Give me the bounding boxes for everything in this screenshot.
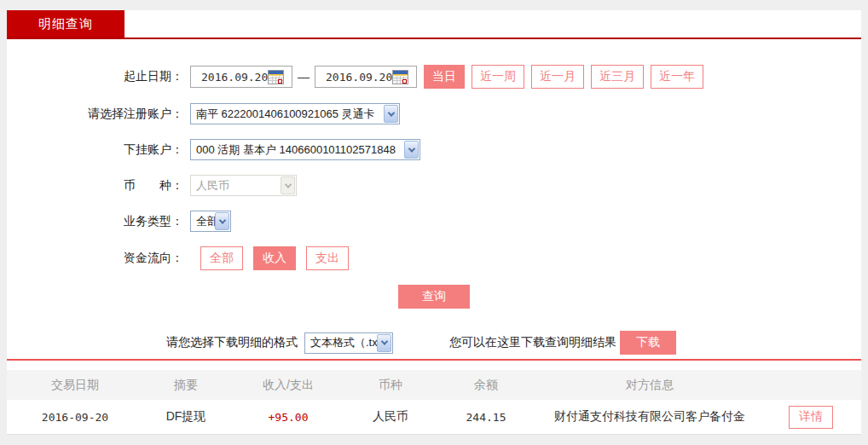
table-header-date: 交易日期 xyxy=(7,378,143,393)
currency-row: 币 种： 人民币 xyxy=(7,175,861,196)
register-account-row: 请选择注册账户： 南平 6222001406100921065 灵通卡 xyxy=(7,103,861,124)
cell-counterparty: 财付通支付科技有限公司客户备付金 xyxy=(539,409,761,425)
download-hint: 您可以在这里下载查询明细结果 xyxy=(449,335,616,350)
chevron-down-icon xyxy=(384,105,398,123)
table-header-amount: 收入/支出 xyxy=(229,378,348,393)
quick-range-year-button[interactable]: 近一年 xyxy=(651,65,703,89)
start-date-box xyxy=(190,66,292,88)
table-row: 2016-09-20 DF提现 +95.00 人民币 244.15 财付通支付科… xyxy=(7,400,861,435)
table-header-counterparty: 对方信息 xyxy=(539,378,761,393)
sub-account-value: 000 活期 基本户 1406600101102571848 xyxy=(191,142,404,158)
query-button-row: 查询 xyxy=(7,285,861,309)
date-range-label: 起止日期： xyxy=(7,69,183,84)
tab-label: 明细查询 xyxy=(38,16,93,32)
fund-flow-row: 资金流向： 全部 收入 支出 xyxy=(7,246,861,270)
download-format-value: 文本格式（.txt） xyxy=(305,335,377,350)
table-header-currency: 币种 xyxy=(348,378,433,393)
quick-range-week-button[interactable]: 近一周 xyxy=(472,65,524,89)
download-button[interactable]: 下载 xyxy=(620,331,676,355)
start-date-input[interactable] xyxy=(191,71,268,84)
business-type-value: 全部 xyxy=(191,214,215,229)
sub-account-row: 下挂账户： 000 活期 基本户 1406600101102571848 xyxy=(7,139,861,160)
cell-balance: 244.15 xyxy=(433,411,539,424)
quick-range-quarter-button[interactable]: 近三月 xyxy=(591,65,644,89)
calendar-icon[interactable] xyxy=(392,70,408,84)
download-format-select[interactable]: 文本格式（.txt） xyxy=(304,332,393,354)
table-header-summary: 摘要 xyxy=(143,378,229,393)
currency-value: 人民币 xyxy=(191,178,281,194)
business-type-select[interactable]: 全部 xyxy=(190,211,231,232)
download-format-label: 请您选择下载明细的格式 xyxy=(166,335,298,350)
table-divider xyxy=(7,359,861,361)
date-separator: — xyxy=(298,70,310,84)
fund-flow-all-button[interactable]: 全部 xyxy=(200,246,243,270)
cell-amount: +95.00 xyxy=(229,411,348,424)
business-type-label: 业务类型： xyxy=(7,214,183,229)
detail-button[interactable]: 详情 xyxy=(789,406,833,429)
chevron-down-icon xyxy=(377,334,391,352)
query-form-panel: 起止日期： — xyxy=(7,39,861,435)
fund-flow-income-button[interactable]: 收入 xyxy=(253,246,296,270)
register-account-value: 南平 6222001406100921065 灵通卡 xyxy=(191,107,384,122)
register-account-select[interactable]: 南平 6222001406100921065 灵通卡 xyxy=(190,103,400,124)
cell-currency: 人民币 xyxy=(348,409,433,425)
sub-account-label: 下挂账户： xyxy=(7,142,183,158)
table-header-row: 交易日期 摘要 收入/支出 币种 余额 对方信息 xyxy=(7,370,861,400)
chevron-down-icon xyxy=(404,141,419,159)
quick-range-today-button[interactable]: 当日 xyxy=(424,65,465,89)
quick-range-month-button[interactable]: 近一月 xyxy=(531,65,584,89)
cell-action: 详情 xyxy=(761,406,861,429)
chevron-down-icon xyxy=(215,212,229,230)
download-row: 请您选择下载明细的格式 文本格式（.txt） 您可以在这里下载查询明细结果 下载 xyxy=(166,331,861,355)
tab-detail-query[interactable]: 明细查询 xyxy=(7,10,124,38)
fund-flow-expense-button[interactable]: 支出 xyxy=(306,246,349,270)
cell-summary: DF提现 xyxy=(143,409,229,425)
calendar-icon[interactable] xyxy=(268,70,284,84)
currency-label: 币 种： xyxy=(7,178,183,194)
sub-account-select[interactable]: 000 活期 基本户 1406600101102571848 xyxy=(190,139,420,160)
end-date-input[interactable] xyxy=(315,71,392,84)
query-button[interactable]: 查询 xyxy=(398,285,470,309)
business-type-row: 业务类型： 全部 xyxy=(7,211,861,232)
end-date-box xyxy=(315,66,417,88)
tab-bar: 明细查询 xyxy=(7,10,861,38)
cell-transaction-date: 2016-09-20 xyxy=(7,411,143,424)
table-header-balance: 余额 xyxy=(433,378,539,393)
currency-select: 人民币 xyxy=(190,175,297,196)
fund-flow-label: 资金流向： xyxy=(7,251,183,266)
chevron-down-icon xyxy=(281,176,295,194)
date-range-row: 起止日期： — xyxy=(7,65,861,89)
register-account-label: 请选择注册账户： xyxy=(7,107,183,122)
